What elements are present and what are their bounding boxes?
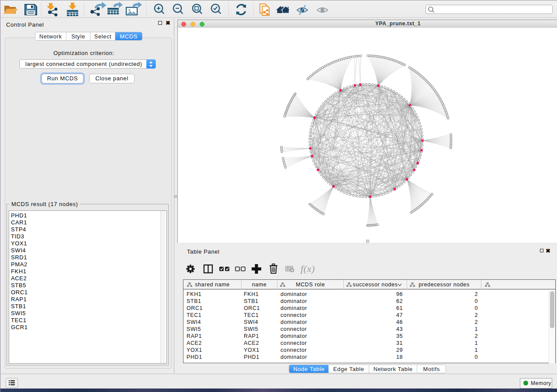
svg-text:f(x): f(x) <box>301 263 315 274</box>
